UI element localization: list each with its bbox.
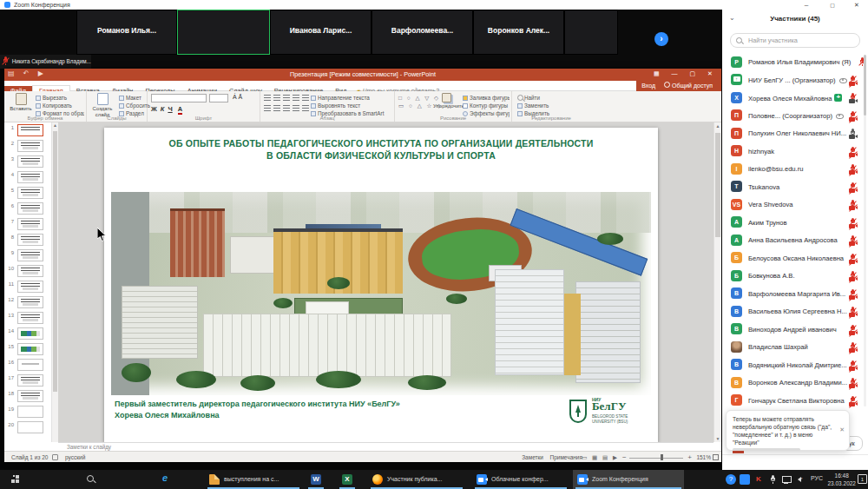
minimize-button[interactable]	[797, 0, 816, 10]
participant-row[interactable]: В Варфоломеева Маргарита Ив...	[722, 285, 864, 303]
display-tray-icon[interactable]	[781, 474, 792, 485]
close-icon[interactable]	[839, 426, 845, 433]
participant-row[interactable]: П Половне... (Соорганизатор)	[722, 107, 864, 125]
shape-outline-button[interactable]: Контур фигуры	[463, 102, 510, 109]
video-tile[interactable]	[177, 10, 270, 55]
participants-list[interactable]: Р Романов Илья Владимирович (Я) НИУ БелГ…	[722, 53, 864, 411]
powerpoint-window-controls[interactable]	[654, 70, 718, 77]
underline-button[interactable]: Ч	[168, 105, 172, 113]
slide-thumbnails-panel[interactable]: 1 2 3 4 5	[4, 122, 52, 442]
participant-row[interactable]: Б Бовкунова А.В.	[722, 267, 864, 285]
participant-row[interactable]: П Полухин Олег Николаевич НИ...	[722, 124, 864, 142]
participants-scrollbar[interactable]	[864, 55, 866, 406]
grow-shrink-font[interactable]: А́ А̌	[233, 94, 242, 100]
zoom-out-button[interactable]	[622, 454, 627, 460]
slide-thumbnail[interactable]: 7	[4, 216, 51, 232]
canvas-scrollbar[interactable]	[713, 122, 721, 442]
video-tile[interactable]: Романов Илья...	[76, 10, 177, 55]
close-button[interactable]	[847, 0, 866, 10]
participant-row[interactable]: В Виноходов Андрей иванович	[722, 320, 864, 339]
view-buttons[interactable]	[582, 454, 619, 461]
participant-row[interactable]: А Анна Васильевна Андросова	[722, 231, 864, 249]
maximize-button[interactable]	[823, 0, 842, 10]
participant-row[interactable]: I ilenko@bsu.edu.ru	[722, 160, 864, 178]
language-switcher[interactable]: РУС	[811, 475, 823, 481]
slide-thumbnail[interactable]: 12	[4, 294, 51, 310]
slide-thumbnail[interactable]: 19	[4, 404, 51, 420]
edge-browser-button[interactable]: e	[155, 470, 175, 489]
notes-toggle[interactable]: Заметки	[522, 454, 543, 460]
cut-button[interactable]: Вырезать	[36, 94, 67, 102]
next-video-page-button[interactable]	[654, 32, 668, 46]
participant-search[interactable]	[730, 33, 860, 48]
taskbar-app-button[interactable]: Участник публика...	[368, 470, 465, 489]
slide-thumbnail[interactable]: 2	[4, 138, 51, 154]
microphone-tray-icon[interactable]	[767, 474, 778, 485]
find-button[interactable]: Найти	[517, 94, 540, 102]
bold-button[interactable]: Ж	[151, 105, 157, 113]
slide-thumbnail[interactable]: 1	[4, 122, 51, 138]
fit-slide-button[interactable]	[713, 454, 719, 460]
align-text-button[interactable]: Выровнять текст	[311, 102, 392, 109]
participant-row[interactable]: В Васильева Юлия Сергеевна Н...	[722, 302, 864, 320]
share-button[interactable]: Общий доступ	[664, 81, 713, 91]
slide-thumbnail[interactable]: 15	[4, 341, 51, 357]
participant-row[interactable]: VS Vera Shvedova	[722, 195, 864, 214]
slide-thumbnail[interactable]: 11	[4, 279, 51, 294]
align-buttons[interactable]	[264, 105, 312, 113]
shape-fill-button[interactable]: Заливка фигуры	[463, 94, 510, 102]
clock[interactable]: 16:4823.03.2022	[827, 472, 856, 487]
participant-row[interactable]: В Воронков Александр Владими...	[722, 373, 864, 392]
paste-button[interactable]: Вставить	[6, 93, 36, 112]
antivirus-tray-icon[interactable]: K	[753, 474, 764, 485]
slide-thumbnail[interactable]: 20	[4, 420, 51, 435]
search-input[interactable]	[746, 35, 854, 46]
participant-row[interactable]: А Аким Трунов	[722, 214, 864, 232]
volume-tray-icon[interactable]	[793, 474, 804, 485]
slide-thumbnail[interactable]: 18	[4, 388, 51, 404]
reset-button[interactable]: Сбросить	[119, 102, 150, 109]
slide-thumbnail[interactable]: 5	[4, 185, 51, 201]
taskbar-app-button[interactable]: Zoom Конференция	[573, 470, 684, 489]
language-indicator[interactable]: русский	[65, 454, 85, 460]
slide-thumbnail[interactable]: 6	[4, 201, 51, 216]
video-tile[interactable]: Варфоломеева...	[372, 10, 473, 55]
participant-row[interactable]: Б Белоусова Оксана Николаевна	[722, 249, 864, 268]
participant-row[interactable]: В Водяницкий Николай Дмитрие...	[722, 356, 864, 374]
video-tile[interactable]	[564, 10, 618, 55]
app-tray-icon[interactable]	[740, 474, 750, 485]
participant-row[interactable]: T Tsukanova	[722, 178, 864, 196]
new-slide-button[interactable]: Создать слайд	[88, 93, 117, 118]
word-button[interactable]: W	[306, 470, 326, 489]
slide-thumbnail[interactable]: 4	[4, 169, 51, 185]
zoom-slider-thumb[interactable]	[661, 454, 663, 460]
slide-thumbnail[interactable]: 16	[4, 357, 51, 373]
excel-button[interactable]: X	[337, 470, 358, 489]
replace-button[interactable]: Заменить	[517, 102, 549, 109]
font-size-box[interactable]	[209, 94, 228, 102]
slide-canvas[interactable]: ОБ ОПЫТЕ РАБОТЫ ПЕДАГОГИЧЕСКОГО ИНСТИТУТ…	[58, 122, 713, 442]
taskbar-search-button[interactable]	[80, 470, 101, 489]
italic-button[interactable]: К	[161, 105, 165, 113]
help-tray-icon[interactable]: ?	[726, 474, 736, 485]
slide-thumbnail[interactable]: 8	[4, 232, 51, 248]
thumbnails-scrollbar[interactable]	[52, 122, 58, 442]
copy-button[interactable]: Копировать	[36, 102, 72, 109]
start-button[interactable]	[5, 470, 26, 489]
slide[interactable]: ОБ ОПЫТЕ РАБОТЫ ПЕДАГОГИЧЕСКОГО ИНСТИТУТ…	[104, 128, 658, 442]
zoom-percent[interactable]: 151%	[696, 454, 711, 460]
slide-thumbnail[interactable]: 13	[4, 310, 51, 326]
text-direction-button[interactable]: Направление текста	[311, 94, 392, 102]
zoom-in-button[interactable]	[687, 454, 692, 460]
participant-row[interactable]: Р Романов Илья Владимирович (Я)	[722, 53, 864, 71]
notes-pane[interactable]: Заметки к слайду	[58, 442, 713, 451]
notification-center-icon[interactable]: 1	[858, 474, 867, 484]
slide-thumbnail[interactable]: 3	[4, 154, 51, 169]
slide-thumbnail[interactable]: 17	[4, 373, 51, 388]
slide-thumbnail[interactable]: 10	[4, 263, 51, 279]
video-tile[interactable]: Воронков Алек...	[473, 10, 564, 55]
participant-row[interactable]: H hizhnyak	[722, 142, 864, 161]
participant-row[interactable]: Г Гончарук Светлана Викторовна	[722, 392, 864, 410]
taskbar-app-button[interactable]: Облачные конфер...	[472, 470, 569, 489]
layout-button[interactable]: Макет	[119, 94, 141, 102]
